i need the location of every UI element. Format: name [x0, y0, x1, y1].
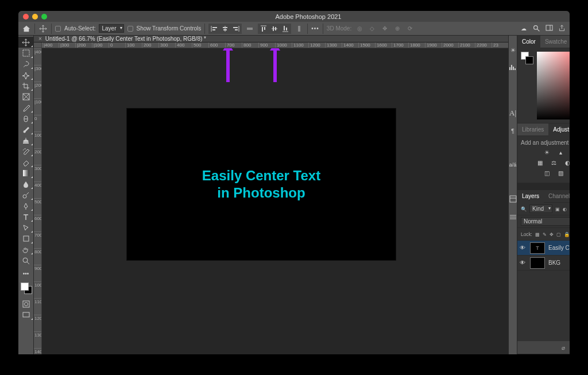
- screenmode-button[interactable]: [18, 310, 33, 320]
- ruler-vertical[interactable]: |400|300|200|100010020030040050060070080…: [34, 48, 42, 354]
- quickmask-button[interactable]: [18, 299, 33, 310]
- tab-libraries[interactable]: Libraries: [517, 123, 548, 136]
- brush-tool[interactable]: [18, 124, 33, 135]
- adj-bw-icon[interactable]: ◐: [564, 158, 570, 167]
- close-tab-icon[interactable]: ×: [38, 36, 42, 42]
- adj-levels-icon[interactable]: ▴: [557, 148, 565, 156]
- lock-all-icon[interactable]: 🔒: [564, 231, 570, 237]
- glyphs-panel-icon[interactable]: a/á: [509, 162, 517, 168]
- show-transform-checkbox[interactable]: [127, 26, 133, 32]
- history-brush-tool[interactable]: [18, 146, 33, 157]
- lasso-tool[interactable]: [18, 59, 33, 69]
- ruler-horizontal[interactable]: |400|300|200|100010020030040050060070080…: [42, 42, 508, 48]
- type-tool[interactable]: [18, 211, 33, 222]
- adj-posterize-icon[interactable]: ▨: [557, 169, 565, 177]
- tab-swatches[interactable]: Swatche: [540, 36, 570, 48]
- quick-select-tool[interactable]: [18, 69, 33, 80]
- filter-pixel-icon[interactable]: ▣: [555, 206, 560, 212]
- svg-point-25: [24, 303, 28, 306]
- cloud-docs-icon[interactable]: ☁: [519, 24, 528, 33]
- lock-brush-icon[interactable]: ✎: [543, 231, 547, 237]
- filter-adjustment-icon[interactable]: ◐: [563, 206, 567, 212]
- tab-layers[interactable]: Layers: [517, 190, 544, 203]
- artboard[interactable]: Easily Center Text in Photoshop: [127, 109, 396, 260]
- layer-thumbnail[interactable]: T: [530, 242, 545, 254]
- color-fg-bg-swatch[interactable]: [521, 52, 533, 64]
- distribute-v-icon[interactable]: [295, 25, 304, 33]
- align-right-icon[interactable]: [231, 25, 241, 33]
- auto-select-dropdown[interactable]: Layer: [99, 24, 123, 33]
- brush-settings-icon[interactable]: ☀: [510, 47, 516, 53]
- pen-tool[interactable]: [18, 200, 33, 211]
- visibility-eye-icon[interactable]: 👁: [520, 260, 527, 266]
- document-tab[interactable]: × Untitled-1 @ 66.7% (Easily Center Text…: [34, 36, 508, 42]
- properties-panel-icon[interactable]: [509, 195, 517, 203]
- distribute-h-icon[interactable]: [245, 25, 254, 33]
- tab-adjustments[interactable]: Adjustments: [548, 123, 570, 136]
- search-icon[interactable]: [532, 24, 541, 33]
- adj-invert-icon[interactable]: ◫: [543, 169, 551, 177]
- workspace-icon[interactable]: [544, 24, 554, 33]
- marquee-tool[interactable]: [18, 48, 33, 59]
- dodge-tool[interactable]: [18, 190, 33, 200]
- edit-toolbar-button[interactable]: •••: [18, 268, 33, 279]
- adj-brightness-icon[interactable]: ☀: [543, 148, 551, 156]
- canvas-viewport[interactable]: Easily Center Text in Photoshop: [42, 48, 508, 354]
- align-top-icon[interactable]: [259, 25, 268, 33]
- minimize-window-button[interactable]: [32, 14, 38, 20]
- layer-row[interactable]: 👁BKG: [517, 256, 570, 270]
- shape-tool[interactable]: [18, 233, 33, 244]
- blur-tool[interactable]: [18, 179, 33, 190]
- home-icon[interactable]: [22, 24, 31, 33]
- frame-tool[interactable]: [18, 91, 33, 102]
- eyedropper-tool[interactable]: [18, 102, 33, 113]
- more-align-button[interactable]: •••: [311, 25, 319, 33]
- tab-channels[interactable]: Channels: [544, 190, 570, 203]
- path-select-tool[interactable]: [18, 222, 33, 233]
- adj-hue-icon[interactable]: ▦: [536, 158, 544, 167]
- layer-name[interactable]: BKG: [548, 260, 560, 266]
- visibility-eye-icon[interactable]: 👁: [520, 245, 527, 251]
- text-layer-content[interactable]: Easily Center Text in Photoshop: [202, 167, 320, 202]
- adj-colorbalance-icon[interactable]: ⚖: [550, 158, 558, 167]
- layer-name[interactable]: Easily Cente...in Photoshop: [548, 245, 570, 251]
- share-icon[interactable]: [557, 24, 566, 33]
- link-layers-icon[interactable]: ⌀: [562, 345, 565, 351]
- move-tool-icon[interactable]: [38, 24, 48, 33]
- healing-brush-tool[interactable]: [18, 113, 33, 124]
- tab-color[interactable]: Color: [517, 36, 540, 48]
- layer-thumbnail[interactable]: [530, 257, 545, 269]
- svg-rect-8: [264, 27, 265, 30]
- zoom-tool[interactable]: [18, 255, 33, 266]
- hand-tool[interactable]: [18, 244, 33, 255]
- svg-rect-12: [286, 28, 287, 30]
- ruler-origin[interactable]: [34, 42, 42, 48]
- crop-tool[interactable]: [18, 80, 33, 91]
- histogram-icon[interactable]: [509, 64, 517, 71]
- close-window-button[interactable]: [23, 14, 29, 20]
- info-panel-icon[interactable]: [509, 213, 517, 221]
- lock-pixels-icon[interactable]: ▩: [535, 231, 540, 237]
- layer-filter-kind-dropdown[interactable]: Kind: [529, 204, 552, 213]
- align-bottom-icon[interactable]: [281, 25, 290, 33]
- character-panel-icon[interactable]: A|: [509, 109, 516, 118]
- color-field[interactable]: [537, 52, 570, 119]
- tools-panel: •••: [18, 36, 34, 354]
- align-hcenter-icon[interactable]: [220, 25, 230, 33]
- clone-stamp-tool[interactable]: [18, 135, 33, 146]
- right-panel-dock: Color Swatche Gradien Patterns ≡: [517, 36, 570, 354]
- align-left-icon[interactable]: [210, 25, 219, 33]
- blend-mode-dropdown[interactable]: Normal: [521, 217, 570, 226]
- zoom-window-button[interactable]: [41, 14, 47, 20]
- move-tool[interactable]: [18, 37, 33, 48]
- foreground-background-swatch[interactable]: [20, 281, 32, 294]
- align-vcenter-icon[interactable]: [270, 25, 279, 33]
- paragraph-panel-icon[interactable]: ¶: [511, 128, 514, 134]
- lock-artboard-icon[interactable]: ▢: [556, 231, 561, 237]
- svg-rect-0: [212, 27, 217, 28]
- layer-row[interactable]: 👁TEasily Cente...in Photoshop: [517, 241, 570, 256]
- eraser-tool[interactable]: [18, 157, 33, 168]
- gradient-tool[interactable]: [18, 168, 33, 179]
- lock-position-icon[interactable]: ✥: [550, 231, 554, 237]
- auto-select-checkbox[interactable]: [55, 26, 61, 32]
